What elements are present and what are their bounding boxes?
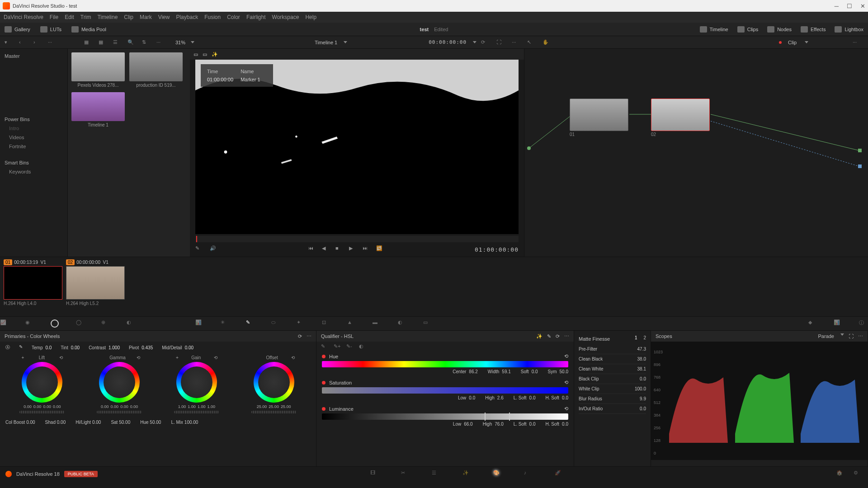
options-icon[interactable]: ··· xyxy=(853,39,860,46)
first-frame-icon[interactable]: ⏮ xyxy=(308,245,316,253)
picker-icon[interactable]: ✎ xyxy=(321,343,328,350)
stop-icon[interactable]: ■ xyxy=(335,245,344,253)
reset-icon[interactable]: ⟲ xyxy=(564,353,568,359)
matte-row[interactable]: In/Out Ratio0.0 xyxy=(579,404,646,414)
pointer-icon[interactable]: ↖ xyxy=(527,39,534,46)
fairlight-page-icon[interactable]: ♪ xyxy=(524,470,533,478)
menu-item[interactable]: Trim xyxy=(80,14,91,20)
gamma-wheel[interactable]: Gamma⟲ 0.000.000.000.00 xyxy=(97,355,142,415)
hue-bar[interactable] xyxy=(322,361,568,367)
wheel-icon[interactable]: ◉ xyxy=(25,319,34,328)
options-icon[interactable]: ⋯ xyxy=(858,333,863,339)
pool-clip[interactable]: production ID 519... xyxy=(129,52,183,88)
shape-icon[interactable]: ⬭ xyxy=(271,319,280,328)
saturation-bar[interactable] xyxy=(322,387,568,394)
master-bin[interactable]: Master xyxy=(0,52,67,61)
timeline-name[interactable]: Timeline 1 xyxy=(315,40,337,45)
clip-strip-item[interactable]: 0200:00:00:00 V1 H.264 High L5.2 xyxy=(66,260,125,314)
fusion-page-icon[interactable]: ✨ xyxy=(462,470,472,478)
expand-icon[interactable]: ⛶ xyxy=(496,39,504,46)
reset-icon[interactable]: ⟳ xyxy=(556,333,560,339)
sidebar-item-intro[interactable]: Intro xyxy=(0,124,67,133)
dropdown-icon[interactable]: ▾ xyxy=(5,39,12,46)
menu-item[interactable]: DaVinci Resolve xyxy=(4,14,43,20)
gain-wheel[interactable]: +Gain⟲ 1.001.001.001.00 xyxy=(174,355,219,415)
picker-sub-icon[interactable]: ✎- xyxy=(346,343,354,350)
invert-icon[interactable]: ◐ xyxy=(359,343,366,350)
node-1[interactable]: 01 xyxy=(570,99,628,137)
home-icon[interactable]: 🏠 xyxy=(836,470,845,478)
scopes-icon[interactable]: 📊 xyxy=(834,319,843,328)
hand-icon[interactable]: ✋ xyxy=(542,39,550,46)
options-icon[interactable]: ⋯ xyxy=(307,333,311,339)
lift-wheel[interactable]: +Lift⟲ 0.000.000.000.00 xyxy=(19,355,65,415)
reset-icon[interactable]: ⟳ xyxy=(298,333,302,339)
reset-icon[interactable]: ⟲ xyxy=(564,406,568,412)
tool-icon[interactable]: 📊 xyxy=(195,319,204,328)
eyedropper-tool-icon[interactable]: ✎ xyxy=(246,319,255,328)
expand-icon[interactable]: ⛶ xyxy=(849,333,854,339)
contrast-value[interactable]: 1.000 xyxy=(108,345,120,350)
reset-icon[interactable]: ⟲ xyxy=(564,380,568,385)
middetail-value[interactable]: 0.00 xyxy=(185,345,193,350)
timeline-button[interactable]: Timeline xyxy=(700,26,728,33)
auto-icon[interactable]: Ⓐ xyxy=(5,344,10,351)
node-editor[interactable]: 01 02 xyxy=(524,49,868,257)
close-icon[interactable]: ✕ xyxy=(860,3,865,9)
loop-icon[interactable]: ⟳ xyxy=(481,39,488,46)
node-2[interactable]: 02 xyxy=(651,99,710,137)
lightbox-button[interactable]: Lightbox xyxy=(835,26,863,33)
menu-item[interactable]: Fairlight xyxy=(246,14,266,20)
picker-add-icon[interactable]: ✎+ xyxy=(334,343,341,350)
picker-icon[interactable]: ✎ xyxy=(547,333,551,339)
last-frame-icon[interactable]: ⏭ xyxy=(363,245,371,253)
sidebar-item-videos[interactable]: Videos xyxy=(0,133,67,142)
tool-icon[interactable]: ◐ xyxy=(398,319,407,328)
prev-icon[interactable]: ‹ xyxy=(19,39,26,46)
tool-icon[interactable]: ▲ xyxy=(347,319,356,328)
scrubber[interactable] xyxy=(195,236,519,242)
matte-row[interactable]: Black Clip0.0 xyxy=(579,374,646,384)
eyedropper-icon[interactable]: ✎ xyxy=(195,245,203,253)
matte-row[interactable]: White Clip100.0 xyxy=(579,384,646,394)
more-icon[interactable]: ··· xyxy=(48,39,55,46)
gallery-button[interactable]: Gallery xyxy=(5,26,30,33)
sort-icon[interactable]: ⇅ xyxy=(142,39,149,46)
picker-icon[interactable]: ✎ xyxy=(19,344,23,351)
menu-item[interactable]: Timeline xyxy=(97,14,118,20)
play-icon[interactable]: ▶ xyxy=(349,245,357,253)
search-icon[interactable]: 🔍 xyxy=(127,39,135,46)
pool-clip[interactable]: Pexels Videos 278... xyxy=(71,52,125,88)
pivot-value[interactable]: 0.435 xyxy=(142,345,153,350)
luminance-bar[interactable] xyxy=(322,413,568,420)
menu-item[interactable]: Clip xyxy=(124,14,133,20)
menu-item[interactable]: Fusion xyxy=(204,14,221,20)
viewer-canvas[interactable]: TimeName 01:00:00:00Marker 1 xyxy=(195,60,519,234)
menu-item[interactable]: Edit xyxy=(65,14,74,20)
blur-icon[interactable]: ◐ xyxy=(127,319,136,328)
wand-icon[interactable]: ✨ xyxy=(536,333,542,339)
edit-page-icon[interactable]: ☰ xyxy=(432,470,441,478)
options-icon[interactable]: ··· xyxy=(156,39,164,46)
menu-item[interactable]: Playback xyxy=(176,14,198,20)
options-icon[interactable]: ⋯ xyxy=(564,333,569,339)
sidebar-item-keywords[interactable]: Keywords xyxy=(0,167,67,176)
matte-row[interactable]: Clean Black38.0 xyxy=(579,354,646,364)
tracker-icon[interactable]: ⊕ xyxy=(101,319,110,328)
cut-page-icon[interactable]: ✂ xyxy=(401,470,410,478)
menu-item[interactable]: Help xyxy=(305,14,316,20)
prev-frame-icon[interactable]: ◀ xyxy=(322,245,330,253)
scope-mode[interactable]: Parade xyxy=(818,333,834,339)
color-page-icon[interactable]: 🎨 xyxy=(493,470,502,478)
timecode[interactable]: 00:00:00:00 xyxy=(429,39,467,45)
playhead[interactable] xyxy=(196,236,197,242)
clips-button[interactable]: Clips xyxy=(737,26,758,33)
loop-icon[interactable]: 🔁 xyxy=(376,245,384,253)
next-icon[interactable]: › xyxy=(33,39,41,46)
matte-tab-1[interactable]: 1 xyxy=(635,335,637,340)
menu-item[interactable]: Color xyxy=(227,14,240,20)
maximize-icon[interactable]: ☐ xyxy=(847,3,852,9)
tool-icon[interactable]: ✳ xyxy=(221,319,230,328)
windows-icon[interactable]: ◯ xyxy=(76,319,85,328)
viewer-mode-icon[interactable]: ▭ xyxy=(203,52,207,57)
